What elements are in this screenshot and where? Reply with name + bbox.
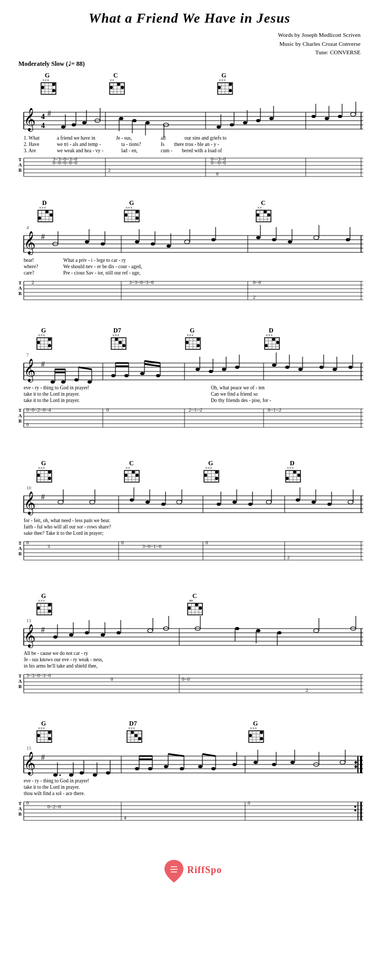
svg-point-608 (180, 767, 184, 770)
svg-text:B: B (18, 551, 22, 556)
svg-text:××: ×× (257, 205, 262, 210)
svg-point-141 (135, 210, 139, 213)
svg-text:there  trou - ble  an - y -: there trou - ble an - y - (174, 142, 219, 147)
svg-point-142 (135, 217, 139, 220)
svg-text:4: 4 (124, 815, 127, 820)
svg-text:×××: ××× (287, 466, 294, 471)
svg-point-304 (222, 368, 226, 371)
svg-text:in    his   arms  he'll  take : in his arms he'll take and shield thee, (24, 663, 98, 669)
svg-point-591 (60, 774, 61, 776)
svg-point-646 (354, 809, 356, 811)
system-2: D ××× G ××× (16, 198, 363, 316)
svg-point-80 (338, 115, 342, 118)
svg-text:×××: ××× (128, 726, 135, 731)
svg-point-468 (48, 610, 51, 613)
svg-text:#: # (47, 110, 51, 117)
svg-text:Can    we   find   a   friend : Can we find a friend so (211, 391, 258, 397)
svg-point-495 (69, 633, 73, 636)
svg-point-62 (145, 121, 150, 124)
svg-point-406 (58, 500, 63, 504)
svg-point-467 (48, 603, 51, 606)
svg-text:2--1--2: 2--1--2 (189, 407, 202, 413)
svg-point-22 (117, 83, 120, 86)
svg-point-277 (51, 380, 55, 384)
svg-point-428 (312, 501, 316, 504)
svg-text:cum -: cum - (161, 148, 172, 153)
svg-text:3--3--0--3--0: 3--3--0--3--0 (26, 673, 51, 678)
svg-point-592 (69, 773, 73, 777)
svg-point-58 (119, 117, 123, 120)
svg-text:𝄞: 𝄞 (24, 491, 35, 516)
svg-text:𝄞: 𝄞 (24, 358, 35, 383)
system-1: G ××× C ×× (16, 70, 363, 188)
svg-text:a  friend  we  have  in: a friend we have in (57, 135, 95, 141)
svg-text:0--0--2--0--4: 0--0--2--0--4 (26, 407, 51, 413)
svg-point-237 (115, 338, 118, 341)
svg-text:2: 2 (306, 688, 308, 693)
system-4-notation: G ××× C ×× (16, 458, 363, 581)
svg-point-561 (138, 737, 141, 740)
svg-point-76 (312, 115, 316, 118)
svg-point-613 (211, 767, 216, 770)
svg-point-302 (209, 370, 213, 373)
logo-container: RiffSpot (16, 857, 363, 891)
svg-point-294 (140, 372, 144, 375)
svg-text:×××: ××× (125, 205, 133, 210)
svg-text:sake     thee?   Take    it   : sake thee? Take it to the Lord in prayer… (24, 531, 103, 536)
svg-text:A: A (18, 286, 22, 291)
svg-point-23 (121, 86, 124, 89)
svg-point-129 (45, 210, 48, 213)
svg-point-611 (198, 765, 202, 768)
svg-point-410 (130, 498, 134, 502)
svg-point-571 (249, 734, 252, 737)
svg-text:A: A (18, 546, 22, 551)
svg-text:×××: ××× (266, 333, 273, 338)
svg-line-299 (144, 364, 160, 366)
svg-point-181 (211, 238, 216, 241)
svg-point-587 (355, 765, 357, 768)
svg-text:×××: ××× (38, 466, 45, 471)
svg-text:A: A (18, 806, 22, 811)
svg-point-379 (215, 471, 218, 474)
svg-text:T: T (18, 673, 22, 679)
svg-text:#: # (41, 233, 45, 241)
svg-text:What    a   priv - i - lege  t: What a priv - i - lege to car - ry (63, 258, 126, 263)
svg-point-618 (254, 761, 258, 764)
svg-text:for  -  feit,    oh,    what  : for - feit, oh, what need - less pain we… (24, 518, 110, 523)
svg-text:Oh,    what  peace  we  of - t: Oh, what peace we of - ten (211, 385, 265, 390)
svg-point-50 (61, 125, 65, 129)
svg-text:RiffSpot: RiffSpot (187, 865, 221, 875)
svg-text:2: 2 (287, 555, 290, 560)
system-6: G ××× D7 ××× (16, 718, 363, 847)
svg-text:where?: where? (24, 264, 38, 269)
svg-point-314 (319, 366, 324, 369)
svg-text:1. What: 1. What (24, 135, 40, 141)
svg-point-283 (74, 378, 79, 381)
svg-point-290 (124, 374, 129, 377)
svg-line-615 (202, 754, 216, 756)
svg-line-610 (168, 754, 184, 756)
svg-text:care?: care? (24, 270, 34, 276)
svg-point-356 (48, 477, 51, 480)
svg-point-249 (186, 341, 189, 344)
svg-text:B: B (18, 418, 22, 424)
svg-point-606 (164, 765, 168, 768)
svg-point-279 (61, 380, 65, 384)
svg-text:thou   wilt  find   a   sol - : thou wilt find a sol - ace there. (24, 791, 85, 796)
svg-text:2: 2 (253, 295, 256, 300)
svg-text:A: A (18, 679, 22, 684)
svg-text:our  sins  and  griefs  to: our sins and griefs to (184, 135, 227, 141)
svg-point-187 (288, 240, 292, 243)
svg-text:A: A (18, 413, 22, 418)
svg-point-420 (232, 501, 237, 504)
svg-point-418 (217, 503, 221, 506)
svg-point-183 (256, 236, 260, 239)
svg-point-378 (204, 474, 207, 477)
svg-text:×××: ××× (250, 726, 257, 731)
svg-text:0: 0 (26, 422, 29, 427)
svg-text:×××: ××× (219, 78, 226, 83)
svg-text:faith  -  ful     who   will  : faith - ful who will all our sor - rows … (24, 524, 111, 530)
svg-text:0--2--0: 0--2--0 (47, 804, 61, 809)
svg-point-501 (116, 631, 121, 634)
svg-text:15: 15 (26, 746, 32, 751)
